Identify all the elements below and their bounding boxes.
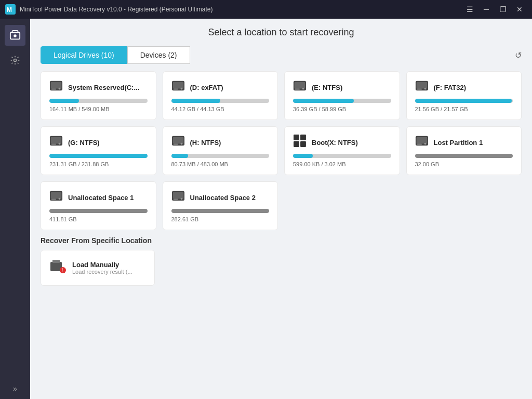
drive-name: (F: FAT32) [434, 84, 467, 91]
svg-rect-46 [52, 260, 60, 263]
svg-rect-42 [172, 192, 183, 199]
drive-icon [49, 189, 63, 206]
svg-rect-12 [173, 89, 178, 90]
svg-point-4 [14, 59, 17, 62]
drive-name: (D: exFAT) [190, 84, 223, 91]
sidebar-item-recovery[interactable] [5, 25, 25, 46]
drive-card[interactable]: Boot(X: NTFS) 599.00 KB / 3.02 MB [284, 126, 400, 175]
drives-grid: System Reserved(C:... 164.11 MB / 549.00… [41, 71, 522, 230]
svg-rect-10 [172, 82, 183, 89]
svg-point-43 [180, 198, 182, 200]
tab-logical-drives[interactable]: Logical Drives (10) [41, 46, 127, 64]
drive-card[interactable]: System Reserved(C:... 164.11 MB / 549.00… [41, 71, 156, 120]
svg-text:!: ! [61, 268, 63, 273]
drive-size: 282.61 GB [171, 216, 270, 222]
tabs-bar: Logical Drives (10) Devices (2) ↺ [41, 46, 522, 64]
drive-header: Boot(X: NTFS) [293, 134, 391, 151]
section-title: Recover From Specific Location [41, 236, 522, 245]
svg-rect-22 [51, 137, 61, 144]
drive-bar [293, 154, 391, 158]
close-button[interactable]: ✕ [512, 2, 527, 17]
tab-devices[interactable]: Devices (2) [127, 46, 190, 64]
sidebar-expand[interactable]: » [13, 384, 17, 393]
drive-header: Unallocated Space 1 [49, 189, 148, 206]
drive-bar [49, 99, 148, 103]
svg-point-35 [424, 143, 426, 145]
drive-icon [171, 79, 185, 96]
drive-header: (E: NTFS) [293, 79, 391, 96]
svg-rect-20 [417, 89, 421, 90]
app-logo: M [5, 4, 16, 15]
drives-container[interactable]: System Reserved(C:... 164.11 MB / 549.00… [41, 71, 522, 391]
drive-bar [49, 209, 148, 213]
sidebar-item-settings[interactable] [5, 50, 25, 71]
svg-point-27 [180, 143, 182, 145]
drive-icon [415, 134, 429, 151]
app-body: » Select a location to start recovering … [0, 19, 532, 399]
svg-rect-18 [416, 82, 427, 89]
drive-header: (H: NTFS) [171, 134, 270, 151]
drive-icon [171, 189, 185, 206]
drive-size: 44.12 GB / 44.13 GB [171, 106, 270, 112]
svg-rect-26 [172, 137, 183, 144]
refresh-button[interactable]: ↺ [515, 50, 522, 60]
drive-header: Lost Partition 1 [415, 134, 513, 151]
drive-size: 411.81 GB [49, 216, 148, 222]
drive-size: 36.39 GB / 58.99 GB [293, 106, 391, 112]
svg-point-11 [180, 88, 182, 90]
drive-size: 32.00 GB [415, 161, 513, 167]
menu-button[interactable]: ☰ [462, 2, 477, 17]
drive-name: Unallocated Space 1 [68, 194, 134, 202]
svg-rect-24 [51, 144, 56, 145]
drive-header: (D: exFAT) [171, 79, 270, 96]
drive-card[interactable]: (E: NTFS) 36.39 GB / 58.99 GB [284, 71, 400, 120]
titlebar: M MiniTool Power Data Recovery v10.0 - R… [0, 0, 532, 19]
drive-bar [171, 154, 270, 158]
drive-name: System Reserved(C:... [68, 84, 139, 91]
drive-name: (G: NTFS) [68, 139, 100, 147]
svg-rect-14 [295, 82, 305, 89]
drive-name: Lost Partition 1 [434, 139, 483, 147]
svg-point-15 [302, 88, 304, 90]
drive-card[interactable]: (G: NTFS) 231.31 GB / 231.88 GB [41, 126, 156, 175]
svg-point-7 [59, 88, 61, 90]
svg-rect-30 [300, 135, 306, 140]
load-title: Load Manually [72, 261, 132, 269]
drive-size: 80.73 MB / 483.00 MB [171, 161, 270, 167]
page-title: Select a location to start recovering [41, 27, 522, 38]
drive-bar [415, 154, 513, 158]
svg-rect-31 [294, 141, 299, 147]
drive-card[interactable]: (F: FAT32) 21.56 GB / 21.57 GB [406, 71, 522, 120]
specific-location-section: Recover From Specific Location ! Load Ma… [41, 236, 522, 286]
drive-card[interactable]: Unallocated Space 2 282.61 GB [163, 181, 278, 230]
restore-button[interactable]: ❐ [496, 2, 510, 17]
drive-card[interactable]: Lost Partition 1 32.00 GB [406, 126, 522, 175]
window-controls: ☰ ─ ❐ ✕ [462, 2, 527, 17]
drive-name: (H: NTFS) [190, 139, 221, 147]
load-icon: ! [49, 258, 66, 278]
svg-rect-34 [416, 137, 427, 144]
svg-rect-38 [51, 192, 61, 199]
drive-size: 599.00 KB / 3.02 MB [293, 161, 391, 167]
drive-card[interactable]: Unallocated Space 1 411.81 GB [41, 181, 156, 230]
drive-card[interactable]: (H: NTFS) 80.73 MB / 483.00 MB [163, 126, 278, 175]
drive-icon [171, 134, 185, 151]
main-content: Select a location to start recovering Lo… [30, 19, 532, 399]
svg-rect-8 [51, 89, 56, 90]
drive-name: Unallocated Space 2 [190, 194, 256, 202]
drive-card[interactable]: (D: exFAT) 44.12 GB / 44.13 GB [163, 71, 278, 120]
drive-bar [171, 99, 270, 103]
svg-point-23 [59, 143, 61, 145]
load-manually-card[interactable]: ! Load Manually Load recovery result (..… [41, 250, 155, 286]
drive-icon [49, 134, 63, 151]
svg-point-39 [59, 198, 61, 200]
drive-icon [415, 79, 429, 96]
drive-bar [49, 154, 148, 158]
drive-header: (F: FAT32) [415, 79, 513, 96]
svg-rect-36 [417, 144, 421, 145]
minimize-button[interactable]: ─ [479, 2, 494, 17]
svg-rect-44 [173, 199, 178, 200]
svg-rect-28 [173, 144, 178, 145]
svg-point-19 [424, 88, 426, 90]
svg-rect-29 [294, 135, 299, 140]
